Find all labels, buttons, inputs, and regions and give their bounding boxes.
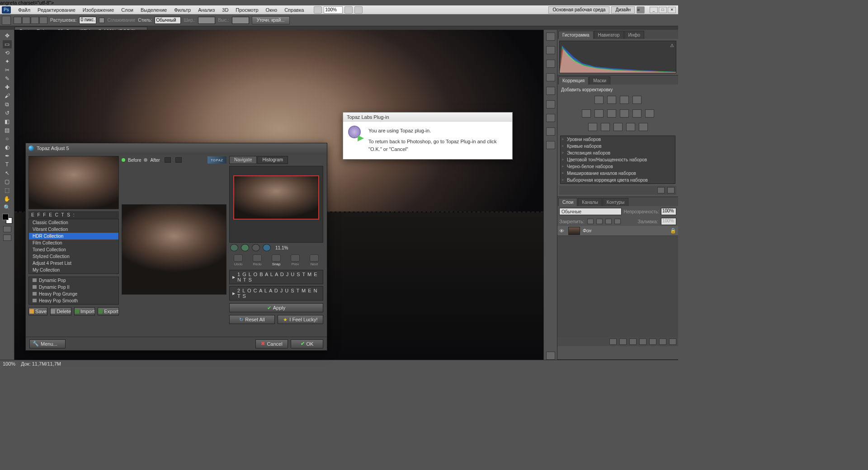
adj-brightness-icon[interactable] (594, 96, 604, 104)
gradient-tool-icon[interactable]: ▤ (3, 126, 12, 134)
adj-bw-icon[interactable] (620, 109, 629, 118)
view-extras-icon[interactable] (344, 6, 353, 14)
preset-item[interactable]: Dynamic Pop (29, 277, 118, 284)
global-adjustments[interactable]: ▶1 G L O B A L A D J U S T M E N T S (229, 270, 323, 284)
snap-button[interactable]: Snap (269, 254, 283, 266)
panel-icon-3[interactable] (546, 60, 555, 68)
preset-list[interactable]: Dynamic Pop Dynamic Pop II Heavy Pop Gru… (28, 277, 119, 305)
window-close-icon[interactable]: ✕ (668, 7, 676, 13)
bridge-icon[interactable] (314, 6, 322, 14)
adj-balance-icon[interactable] (607, 109, 616, 118)
apply-button[interactable]: ✔Apply (229, 303, 323, 312)
hand-tool-icon[interactable]: ✋ (3, 195, 12, 203)
tab-histogram[interactable]: Гистограмма (558, 31, 594, 39)
heal-tool-icon[interactable]: ✚ (3, 83, 12, 91)
adj-gradmap-icon[interactable] (626, 123, 635, 131)
lock-pos-icon[interactable] (605, 219, 612, 224)
panel-icon-2[interactable] (546, 46, 555, 54)
tab-histogram-topaz[interactable]: Histogram (257, 156, 288, 164)
adj-levels-icon[interactable] (607, 96, 616, 104)
reset-button[interactable]: ↻Reset All (229, 315, 275, 324)
layer-name[interactable]: Фон (583, 228, 591, 233)
group-icon[interactable] (649, 338, 656, 345)
effect-item[interactable]: Film Collection (29, 240, 118, 246)
mode-new-icon[interactable] (14, 17, 22, 24)
menu-edit[interactable]: Редактирование (34, 7, 79, 13)
after-radio[interactable] (144, 158, 147, 162)
adj-trash-icon[interactable] (667, 187, 675, 193)
preset-item[interactable]: Heavy Pop Smooth (29, 297, 118, 304)
panel-icon-9[interactable] (546, 141, 555, 149)
tab-channels[interactable]: Каналы (578, 198, 602, 206)
feather-input[interactable]: 0 пикс. (79, 17, 96, 24)
panel-icon-5[interactable] (546, 87, 555, 95)
adj-curves-icon[interactable] (620, 96, 629, 104)
zoom-100-icon[interactable] (263, 244, 271, 251)
style-dropdown[interactable]: Обычный (155, 17, 181, 24)
preset-item[interactable]: Экспозиция наборов (561, 150, 675, 156)
adj-hue-icon[interactable] (594, 109, 604, 118)
adjlayer-icon[interactable] (639, 338, 646, 345)
layer-row[interactable]: 👁 Фон 🔒 (557, 226, 678, 236)
zoom-fit-icon[interactable] (252, 244, 260, 251)
adj-selective-icon[interactable] (639, 123, 648, 131)
topaz-preview-thumb[interactable] (28, 156, 119, 209)
import-button[interactable]: Import (74, 307, 95, 315)
workspace-main[interactable]: Основная рабочая среда (548, 6, 609, 14)
menu-window[interactable]: Окно (262, 7, 281, 13)
tab-navigate[interactable]: Navigate (229, 156, 257, 164)
move-tool-icon[interactable]: ✥ (3, 32, 12, 40)
mode-intersect-icon[interactable] (39, 17, 47, 24)
view-split-icon[interactable] (175, 157, 182, 163)
3d-tool-icon[interactable]: ⬚ (3, 186, 12, 194)
effect-item[interactable]: My Collection (29, 267, 118, 273)
layers-list[interactable]: 👁 Фон 🔒 (557, 226, 678, 337)
preset-item[interactable]: Heavy Pop Grunge (29, 291, 118, 297)
adj-photo-icon[interactable] (632, 109, 642, 118)
window-max-icon[interactable]: □ (659, 7, 667, 13)
tool-preset-icon[interactable] (2, 16, 11, 25)
lock-all-icon[interactable] (614, 219, 621, 224)
tab-navigator[interactable]: Навигатор (594, 31, 624, 39)
menu-layer[interactable]: Слои (118, 7, 137, 13)
adj-poster-icon[interactable] (601, 123, 610, 131)
wand-tool-icon[interactable]: ✦ (3, 57, 12, 66)
eraser-tool-icon[interactable]: ◧ (3, 118, 12, 126)
adj-mixer-icon[interactable] (645, 109, 654, 118)
adj-exposure-icon[interactable] (632, 96, 642, 104)
preset-item[interactable]: Уровни наборов (561, 136, 675, 143)
zoom-tool-icon[interactable]: 🔍 (3, 203, 12, 212)
blend-mode-dropdown[interactable]: Обычные (559, 208, 622, 215)
menu-image[interactable]: Изображение (79, 7, 118, 13)
effect-item[interactable]: Vibrant Collection (29, 226, 118, 233)
mode-add-icon[interactable] (22, 17, 30, 24)
panel-icon-10[interactable] (546, 352, 555, 360)
adj-invert-icon[interactable] (588, 123, 597, 131)
effect-item[interactable]: Adjust 4 Preset List (29, 260, 118, 267)
fill-input[interactable]: 100% (661, 218, 676, 225)
menu-view[interactable]: Просмотр (232, 7, 262, 13)
pen-tool-icon[interactable]: ✒ (3, 152, 12, 160)
panel-icon-1[interactable] (546, 33, 555, 41)
stamp-tool-icon[interactable]: ⧉ (3, 100, 12, 108)
adj-foot-icon[interactable] (657, 187, 665, 193)
adj-vibrance-icon[interactable] (582, 109, 591, 118)
lock-pixels-icon[interactable] (596, 219, 603, 224)
menu-help[interactable]: Справка (281, 7, 307, 13)
preset-item[interactable]: Микширование каналов наборов (561, 170, 675, 177)
preset-item[interactable]: Dynamic Pop II (29, 284, 118, 291)
dodge-tool-icon[interactable]: ◐ (3, 143, 12, 151)
menu-file[interactable]: Файл (14, 7, 34, 13)
quickmask-icon[interactable] (3, 226, 11, 232)
newlayer-icon[interactable] (659, 338, 666, 345)
effects-list[interactable]: Classic Collection Vibrant Collection HD… (28, 219, 119, 274)
next-button[interactable]: Next (307, 254, 321, 266)
undo-button[interactable]: Undo (231, 254, 245, 266)
workspace-design[interactable]: Дизайн (611, 6, 635, 14)
lock-trans-icon[interactable] (587, 219, 594, 224)
menu-analysis[interactable]: Анализ (194, 7, 218, 13)
panel-icon-8[interactable] (546, 127, 555, 136)
redo-button[interactable]: Redo (250, 254, 264, 266)
arrange-icon[interactable] (354, 6, 363, 14)
zoom-combo[interactable]: 100% (324, 6, 343, 14)
